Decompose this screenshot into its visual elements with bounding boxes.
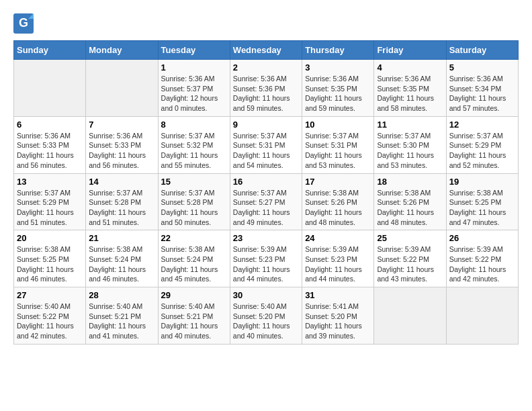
day-info: Sunrise: 5:37 AM Sunset: 5:27 PM Dayligh…: [233, 188, 299, 228]
calendar-header-wednesday: Wednesday: [230, 41, 302, 60]
day-number: 29: [161, 290, 227, 300]
calendar-cell: 13Sunrise: 5:37 AM Sunset: 5:29 PM Dayli…: [14, 173, 86, 230]
day-info: Sunrise: 5:37 AM Sunset: 5:31 PM Dayligh…: [233, 131, 299, 171]
calendar-cell: 21Sunrise: 5:38 AM Sunset: 5:24 PM Dayli…: [86, 230, 158, 287]
day-info: Sunrise: 5:37 AM Sunset: 5:31 PM Dayligh…: [305, 131, 371, 171]
calendar-week-row: 1Sunrise: 5:36 AM Sunset: 5:37 PM Daylig…: [14, 60, 519, 117]
day-number: 23: [233, 233, 299, 243]
day-info: Sunrise: 5:36 AM Sunset: 5:36 PM Dayligh…: [233, 74, 299, 113]
day-number: 20: [17, 233, 83, 243]
day-info: Sunrise: 5:38 AM Sunset: 5:25 PM Dayligh…: [17, 244, 83, 284]
calendar-cell: [86, 60, 158, 117]
calendar-cell: 10Sunrise: 5:37 AM Sunset: 5:31 PM Dayli…: [302, 116, 374, 173]
calendar-cell: 24Sunrise: 5:39 AM Sunset: 5:23 PM Dayli…: [302, 230, 374, 287]
calendar-header-thursday: Thursday: [302, 41, 374, 60]
day-info: Sunrise: 5:38 AM Sunset: 5:24 PM Dayligh…: [161, 244, 227, 284]
day-number: 19: [449, 177, 515, 187]
day-number: 27: [17, 290, 83, 300]
day-info: Sunrise: 5:40 AM Sunset: 5:21 PM Dayligh…: [161, 302, 227, 341]
calendar-cell: 30Sunrise: 5:40 AM Sunset: 5:20 PM Dayli…: [230, 287, 302, 345]
day-info: Sunrise: 5:40 AM Sunset: 5:22 PM Dayligh…: [17, 302, 83, 341]
day-number: 4: [377, 62, 443, 73]
calendar-header-sunday: Sunday: [14, 41, 86, 60]
calendar-cell: 17Sunrise: 5:38 AM Sunset: 5:26 PM Dayli…: [302, 173, 374, 230]
day-info: Sunrise: 5:36 AM Sunset: 5:33 PM Dayligh…: [89, 131, 154, 171]
day-number: 30: [233, 290, 299, 300]
calendar-cell: 18Sunrise: 5:38 AM Sunset: 5:26 PM Dayli…: [374, 173, 446, 230]
calendar-header-friday: Friday: [374, 41, 446, 60]
calendar-table: SundayMondayTuesdayWednesdayThursdayFrid…: [13, 40, 519, 345]
day-number: 28: [89, 290, 154, 300]
calendar-cell: 14Sunrise: 5:37 AM Sunset: 5:28 PM Dayli…: [86, 173, 158, 230]
calendar-header-monday: Monday: [86, 41, 158, 60]
day-info: Sunrise: 5:38 AM Sunset: 5:26 PM Dayligh…: [305, 188, 371, 228]
day-number: 5: [449, 62, 515, 73]
calendar-cell: 8Sunrise: 5:37 AM Sunset: 5:32 PM Daylig…: [158, 116, 230, 173]
day-number: 7: [89, 120, 154, 130]
calendar-header-saturday: Saturday: [446, 41, 518, 60]
calendar-week-row: 13Sunrise: 5:37 AM Sunset: 5:29 PM Dayli…: [14, 173, 519, 230]
logo: G: [13, 13, 36, 34]
calendar-cell: 1Sunrise: 5:36 AM Sunset: 5:37 PM Daylig…: [158, 60, 230, 117]
day-info: Sunrise: 5:40 AM Sunset: 5:20 PM Dayligh…: [233, 302, 299, 341]
day-info: Sunrise: 5:37 AM Sunset: 5:32 PM Dayligh…: [161, 131, 227, 171]
day-info: Sunrise: 5:41 AM Sunset: 5:20 PM Dayligh…: [305, 302, 371, 341]
calendar-cell: [446, 287, 518, 345]
calendar-week-row: 20Sunrise: 5:38 AM Sunset: 5:25 PM Dayli…: [14, 230, 519, 287]
calendar-cell: 26Sunrise: 5:39 AM Sunset: 5:22 PM Dayli…: [446, 230, 518, 287]
day-info: Sunrise: 5:37 AM Sunset: 5:29 PM Dayligh…: [449, 131, 515, 171]
calendar-cell: 12Sunrise: 5:37 AM Sunset: 5:29 PM Dayli…: [446, 116, 518, 173]
day-number: 22: [161, 233, 227, 243]
calendar-cell: 5Sunrise: 5:36 AM Sunset: 5:34 PM Daylig…: [446, 60, 518, 117]
calendar-body: 1Sunrise: 5:36 AM Sunset: 5:37 PM Daylig…: [14, 60, 519, 345]
calendar-cell: 29Sunrise: 5:40 AM Sunset: 5:21 PM Dayli…: [158, 287, 230, 345]
day-info: Sunrise: 5:36 AM Sunset: 5:35 PM Dayligh…: [377, 74, 443, 113]
day-info: Sunrise: 5:40 AM Sunset: 5:21 PM Dayligh…: [89, 302, 154, 341]
day-number: 26: [449, 233, 515, 243]
calendar-cell: 16Sunrise: 5:37 AM Sunset: 5:27 PM Dayli…: [230, 173, 302, 230]
day-info: Sunrise: 5:38 AM Sunset: 5:24 PM Dayligh…: [89, 244, 154, 284]
day-info: Sunrise: 5:38 AM Sunset: 5:25 PM Dayligh…: [449, 188, 515, 228]
day-number: 31: [305, 290, 371, 300]
day-number: 8: [161, 120, 227, 130]
day-number: 17: [305, 177, 371, 187]
calendar-cell: 6Sunrise: 5:36 AM Sunset: 5:33 PM Daylig…: [14, 116, 86, 173]
logo-icon: G: [13, 13, 34, 34]
day-info: Sunrise: 5:38 AM Sunset: 5:26 PM Dayligh…: [377, 188, 443, 228]
day-info: Sunrise: 5:39 AM Sunset: 5:22 PM Dayligh…: [377, 244, 443, 284]
day-info: Sunrise: 5:36 AM Sunset: 5:33 PM Dayligh…: [17, 131, 83, 171]
calendar-cell: 27Sunrise: 5:40 AM Sunset: 5:22 PM Dayli…: [14, 287, 86, 345]
day-number: 6: [17, 120, 83, 130]
day-number: 9: [233, 120, 299, 130]
day-info: Sunrise: 5:37 AM Sunset: 5:28 PM Dayligh…: [161, 188, 227, 228]
calendar-cell: 9Sunrise: 5:37 AM Sunset: 5:31 PM Daylig…: [230, 116, 302, 173]
day-number: 14: [89, 177, 154, 187]
calendar-cell: 28Sunrise: 5:40 AM Sunset: 5:21 PM Dayli…: [86, 287, 158, 345]
calendar-cell: 23Sunrise: 5:39 AM Sunset: 5:23 PM Dayli…: [230, 230, 302, 287]
day-info: Sunrise: 5:39 AM Sunset: 5:22 PM Dayligh…: [449, 244, 515, 284]
day-info: Sunrise: 5:37 AM Sunset: 5:30 PM Dayligh…: [377, 131, 443, 171]
day-number: 15: [161, 177, 227, 187]
calendar-week-row: 6Sunrise: 5:36 AM Sunset: 5:33 PM Daylig…: [14, 116, 519, 173]
calendar-cell: 31Sunrise: 5:41 AM Sunset: 5:20 PM Dayli…: [302, 287, 374, 345]
calendar-cell: 22Sunrise: 5:38 AM Sunset: 5:24 PM Dayli…: [158, 230, 230, 287]
calendar-week-row: 27Sunrise: 5:40 AM Sunset: 5:22 PM Dayli…: [14, 287, 519, 345]
day-info: Sunrise: 5:36 AM Sunset: 5:37 PM Dayligh…: [161, 74, 227, 113]
day-number: 18: [377, 177, 443, 187]
calendar-cell: 3Sunrise: 5:36 AM Sunset: 5:35 PM Daylig…: [302, 60, 374, 117]
calendar-cell: [14, 60, 86, 117]
day-info: Sunrise: 5:37 AM Sunset: 5:28 PM Dayligh…: [89, 188, 154, 228]
day-number: 21: [89, 233, 154, 243]
calendar-cell: 4Sunrise: 5:36 AM Sunset: 5:35 PM Daylig…: [374, 60, 446, 117]
day-number: 1: [161, 62, 227, 73]
day-info: Sunrise: 5:37 AM Sunset: 5:29 PM Dayligh…: [17, 188, 83, 228]
day-info: Sunrise: 5:39 AM Sunset: 5:23 PM Dayligh…: [233, 244, 299, 284]
day-number: 25: [377, 233, 443, 243]
calendar-cell: [374, 287, 446, 345]
day-info: Sunrise: 5:39 AM Sunset: 5:23 PM Dayligh…: [305, 244, 371, 284]
calendar-cell: 19Sunrise: 5:38 AM Sunset: 5:25 PM Dayli…: [446, 173, 518, 230]
calendar-header-row: SundayMondayTuesdayWednesdayThursdayFrid…: [14, 41, 519, 60]
day-info: Sunrise: 5:36 AM Sunset: 5:35 PM Dayligh…: [305, 74, 371, 113]
calendar-cell: 11Sunrise: 5:37 AM Sunset: 5:30 PM Dayli…: [374, 116, 446, 173]
calendar-cell: 7Sunrise: 5:36 AM Sunset: 5:33 PM Daylig…: [86, 116, 158, 173]
